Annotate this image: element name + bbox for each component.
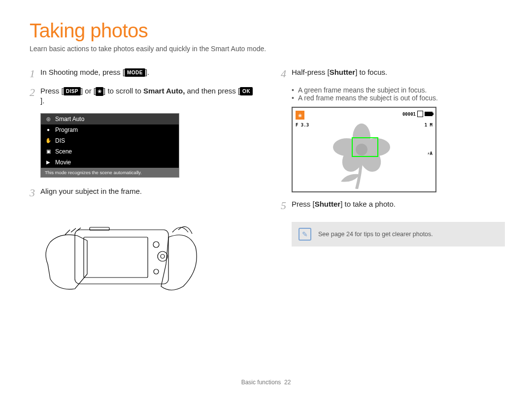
menu-item: ▶Movie [41, 157, 179, 168]
menu-item: ▣Scene [41, 146, 179, 157]
menu-item: ✋DIS [41, 135, 179, 146]
left-column: 1 In Shooting mode, press [MODE]. 2 Pres… [30, 67, 254, 304]
step-3: 3 Align your subject in the frame. [30, 186, 254, 198]
step-text: Press [ [40, 87, 64, 95]
right-column: 4 Half-press [Shutter] to focus. A green… [281, 67, 505, 304]
card-icon [417, 111, 423, 117]
shutter-label: Shutter [330, 68, 356, 76]
menu-item-icon: ▣ [45, 149, 52, 154]
mode-button-label: MODE [125, 68, 145, 77]
step-number: 2 [30, 86, 40, 98]
step-text: ] or [ [81, 87, 96, 95]
ok-button-label: OK [240, 87, 253, 95]
intro-text: Learn basic actions to take photos easil… [30, 45, 505, 53]
menu-item-label: DIS [55, 137, 65, 144]
shot-counter: 00001 [402, 111, 432, 117]
page-title: Taking photos [30, 20, 505, 42]
info-icon: ✎ [299, 228, 311, 241]
svg-point-3 [158, 251, 167, 261]
menu-item-icon: ✋ [45, 138, 52, 143]
step-number: 4 [281, 67, 292, 79]
svg-point-5 [154, 269, 159, 274]
aperture-indicator: F 3.3 [296, 123, 309, 127]
step-number: 3 [30, 186, 40, 198]
menu-item-label: Program [55, 126, 78, 133]
menu-item-label: Smart Auto [55, 116, 84, 123]
bullet-item: A green frame means the subject in focus… [292, 86, 505, 94]
focus-notes: A green frame means the subject in focus… [292, 86, 505, 102]
mode-menu-screenshot: ◎Smart Auto ●Program ✋DIS ▣Scene ▶Movie … [40, 113, 179, 178]
step-text: and then press [ [185, 87, 240, 95]
step-4: 4 Half-press [Shutter] to focus. [281, 67, 505, 79]
focus-frame [352, 137, 378, 157]
step-text: ] to scroll to [103, 87, 143, 95]
focus-preview: ❀ F 3.3 00001 1 M ⚡A [292, 107, 436, 192]
tip-text: See page 24 for tips to get clearer phot… [318, 231, 433, 238]
step-number: 5 [281, 199, 292, 211]
step-text: ]. [40, 96, 44, 105]
battery-icon [425, 112, 432, 116]
size-indicator: 1 M [425, 123, 432, 127]
step-text: Align your subject in the frame. [40, 186, 254, 196]
menu-item: ◎Smart Auto [41, 114, 179, 124]
svg-point-2 [153, 242, 159, 247]
counter-value: 00001 [402, 112, 416, 117]
step-number: 1 [30, 67, 40, 79]
menu-item: ●Program [41, 124, 179, 135]
step-2: 2 Press [DISP] or [❀] to scroll to Smart… [30, 86, 254, 106]
menu-item-icon: ▶ [45, 159, 52, 165]
macro-icon: ❀ [96, 87, 103, 96]
svg-rect-1 [84, 237, 148, 278]
step-text: ] to take a photo. [340, 200, 396, 208]
menu-hint: This mode recognizes the scene automatic… [41, 168, 179, 177]
smart-auto-label: Smart Auto, [143, 87, 185, 95]
footer-section: Basic functions [241, 379, 281, 386]
menu-item-icon: ◎ [45, 116, 52, 122]
step-text: Half-press [ [292, 68, 330, 76]
menu-item-label: Movie [55, 159, 71, 166]
disp-button-label: DISP [64, 87, 81, 95]
step-1: 1 In Shooting mode, press [MODE]. [30, 67, 254, 79]
step-5: 5 Press [Shutter] to take a photo. [281, 199, 505, 211]
bullet-item: A red frame means the subject is out of … [292, 94, 505, 102]
page-footer: Basic functions 22 [0, 379, 532, 386]
step-text: ]. [145, 68, 149, 76]
shutter-label: Shutter [315, 200, 341, 208]
camera-illustration [40, 205, 198, 304]
tip-box: ✎ See page 24 for tips to get clearer ph… [292, 222, 505, 247]
step-text: Press [ [292, 200, 315, 208]
svg-point-4 [161, 254, 165, 258]
flash-indicator: ⚡A [427, 151, 432, 156]
menu-item-icon: ● [45, 127, 52, 132]
svg-rect-0 [75, 230, 168, 284]
step-text: ] to focus. [355, 68, 387, 76]
menu-item-label: Scene [55, 148, 72, 155]
footer-page: 22 [284, 379, 291, 386]
macro-indicator-icon: ❀ [296, 111, 304, 120]
step-text: In Shooting mode, press [ [40, 68, 125, 76]
